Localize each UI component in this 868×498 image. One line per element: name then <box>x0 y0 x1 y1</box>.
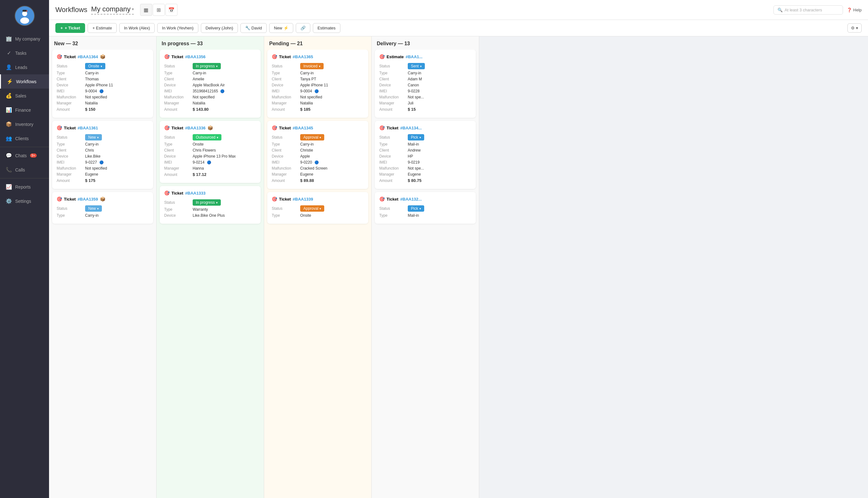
column-delivery: Delivery — 13 🎯 Estimate #BAA1... Status… <box>372 36 479 498</box>
card-client[interactable]: Adam M <box>408 77 422 81</box>
view-grid-button[interactable]: ⊞ <box>153 4 165 16</box>
card-number[interactable]: #BAA132... <box>400 197 422 201</box>
sidebar-item-label: Calls <box>15 167 25 172</box>
search-box[interactable]: 🔍 At least 3 characters <box>773 5 843 15</box>
table-row[interactable]: 🎯 Ticket #BAA1364 📦 Status Onsite ▾ Type… <box>52 50 153 118</box>
card-type-value: Onsite <box>300 213 311 218</box>
main-content: Workflows My company ▾ ▦ ⊞ 📅 🔍 At least … <box>49 0 868 498</box>
card-client[interactable]: Tanya PT <box>300 77 316 81</box>
table-row[interactable]: 🎯 Estimate #BAA1... Status Sent ▾ Type C… <box>375 50 476 118</box>
card-client[interactable]: Chris <box>85 148 94 153</box>
table-row[interactable]: 🎯 Ticket #BAA1356 Status In progress ▾ T… <box>160 50 261 118</box>
sidebar-item-finance[interactable]: 📊 Finance <box>0 103 49 117</box>
card-client[interactable]: Andrew <box>408 148 421 153</box>
status-badge[interactable]: Approval ▾ <box>300 134 324 141</box>
card-client[interactable]: Chris Flowers <box>193 148 216 153</box>
toolbar-settings-button[interactable]: ⚙ ▾ <box>847 23 862 32</box>
copy-icon[interactable]: 🔵 <box>315 89 319 93</box>
status-badge[interactable]: Pick ▾ <box>408 134 424 141</box>
card-number[interactable]: #BAA1364 <box>78 54 98 59</box>
status-badge[interactable]: Outsourced ▾ <box>193 134 222 141</box>
add-ticket-button[interactable]: + + Ticket <box>55 23 85 33</box>
card-number[interactable]: #BAA1361 <box>78 126 98 130</box>
status-badge[interactable]: Invoiced ▾ <box>300 63 324 69</box>
card-number[interactable]: #BAA1... <box>405 54 422 59</box>
card-title: 🎯 Ticket #BAA132... <box>379 196 471 201</box>
copy-icon[interactable]: 🔵 <box>99 160 104 164</box>
card-amount: $ 80.75 <box>408 178 421 183</box>
card-row-amount: Amount $ 175 <box>57 178 149 183</box>
filter-estimates-button[interactable]: Estimates <box>313 23 340 33</box>
card-client[interactable]: Christie <box>300 148 313 153</box>
finance-icon: 📊 <box>6 107 12 113</box>
card-device: Apple iPhone 11 <box>300 83 328 87</box>
table-row[interactable]: 🎯 Ticket #BAA1365 Status Invoiced ▾ Type… <box>267 50 368 118</box>
sidebar-item-chats[interactable]: 💬 Chats 9+ <box>0 148 49 162</box>
company-selector[interactable]: My company ▾ <box>91 5 134 15</box>
filter-yevhen-button[interactable]: In Work (Yevhen) <box>157 23 198 33</box>
table-row[interactable]: 🎯 Ticket #BAA1333 Status In progress ▾ T… <box>160 186 261 224</box>
sidebar-item-leads[interactable]: 👤 Leads <box>0 60 49 74</box>
card-number[interactable]: #BAA1345 <box>293 126 313 130</box>
card-number[interactable]: #BAA1339 <box>293 197 313 201</box>
table-row[interactable]: 🎯 Ticket #BAA1336 📦 Status Outsourced ▾ … <box>160 121 261 183</box>
filter-new-button[interactable]: New ⚡ <box>269 23 293 33</box>
status-badge[interactable]: Onsite ▾ <box>85 63 105 69</box>
avatar[interactable] <box>15 6 35 26</box>
table-row[interactable]: 🎯 Ticket #BAA132... Status Pick ▾ Type M… <box>375 192 476 224</box>
view-calendar-button[interactable]: 📅 <box>165 4 177 16</box>
card-client[interactable]: Thomas <box>85 77 99 81</box>
card-title: 🎯 Ticket #BAA1365 <box>272 54 364 59</box>
card-number[interactable]: #BAA1359 <box>78 197 98 201</box>
status-badge[interactable]: Pick ▾ <box>408 205 424 212</box>
table-row[interactable]: 🎯 Ticket #BAA1361 Status New ▾ Type Carr… <box>52 121 153 189</box>
card-amount: $ 175 <box>85 178 95 183</box>
status-badge[interactable]: In progress ▾ <box>193 63 221 69</box>
card-row-status: Status Pick ▾ <box>379 134 471 141</box>
card-number[interactable]: #BAA1365 <box>293 54 313 59</box>
filter-delivery-button[interactable]: Delivery (John) <box>201 23 238 33</box>
sidebar-item-sales[interactable]: 💰 Sales <box>0 89 49 103</box>
column-new: New — 32 🎯 Ticket #BAA1364 📦 Status Onsi… <box>49 36 157 498</box>
card-number[interactable]: #BAA1333 <box>185 191 205 196</box>
sidebar-item-clients[interactable]: 👥 Clients <box>0 131 49 146</box>
card-number[interactable]: #BAA134... <box>400 126 422 130</box>
filter-david-button[interactable]: 🔧 David <box>240 23 267 33</box>
copy-icon[interactable]: 🔵 <box>220 89 225 93</box>
table-row[interactable]: 🎯 Ticket #BAA1339 Status Approval ▾ Type… <box>267 192 368 224</box>
sidebar-item-my-company[interactable]: 🏢 My company <box>0 32 49 46</box>
copy-icon[interactable]: 🔵 <box>315 160 319 164</box>
sidebar-item-calls[interactable]: 📞 Calls <box>0 162 49 177</box>
ticket-icon: 🎯 <box>57 125 62 130</box>
card-type-value: Carry-in <box>85 142 99 146</box>
card-imei: 9-0004 🔵 <box>300 89 319 93</box>
sidebar-item-label: Chats <box>15 153 27 158</box>
sidebar-item-inventory[interactable]: 📦 Inventory <box>0 117 49 131</box>
card-number[interactable]: #BAA1356 <box>185 54 205 59</box>
card-number[interactable]: #BAA1336 <box>185 126 205 130</box>
copy-icon[interactable]: 🔵 <box>99 89 104 93</box>
view-bar-button[interactable]: ▦ <box>140 4 152 16</box>
card-imei: 9-0227 🔵 <box>85 160 104 165</box>
copy-icon[interactable]: 🔵 <box>207 160 211 164</box>
filter-alex-button[interactable]: In Work (Alex) <box>119 23 155 33</box>
status-badge[interactable]: New ▾ <box>85 134 102 141</box>
table-row[interactable]: 🎯 Ticket #BAA1345 Status Approval ▾ Type… <box>267 121 368 189</box>
card-row-client: Client Thomas <box>57 77 149 81</box>
card-row-client: Client Adam M <box>379 77 471 81</box>
sidebar-item-reports[interactable]: 📈 Reports <box>0 180 49 194</box>
sidebar-item-workflows[interactable]: ⚡ Workflows <box>0 74 49 89</box>
card-client[interactable]: Amelie <box>193 77 204 81</box>
table-row[interactable]: 🎯 Ticket #BAA1359 📦 Status New ▾ Type Ca… <box>52 192 153 224</box>
add-estimate-button[interactable]: + Estimate <box>88 23 117 33</box>
sidebar-item-settings[interactable]: ⚙️ Settings <box>0 194 49 208</box>
status-badge[interactable]: In progress ▾ <box>193 199 221 206</box>
status-badge[interactable]: New ▾ <box>85 205 102 212</box>
table-row[interactable]: 🎯 Ticket #BAA134... Status Pick ▾ Type M… <box>375 121 476 189</box>
help-button[interactable]: ❓ Help <box>847 8 862 12</box>
sidebar-item-tasks[interactable]: ✓ Tasks <box>0 46 49 60</box>
card-row-type: Type Carry-in <box>379 71 471 75</box>
status-badge[interactable]: Sent ▾ <box>408 63 425 69</box>
filter-link-button[interactable]: 🔗 <box>296 23 310 33</box>
status-badge[interactable]: Approval ▾ <box>300 205 324 212</box>
